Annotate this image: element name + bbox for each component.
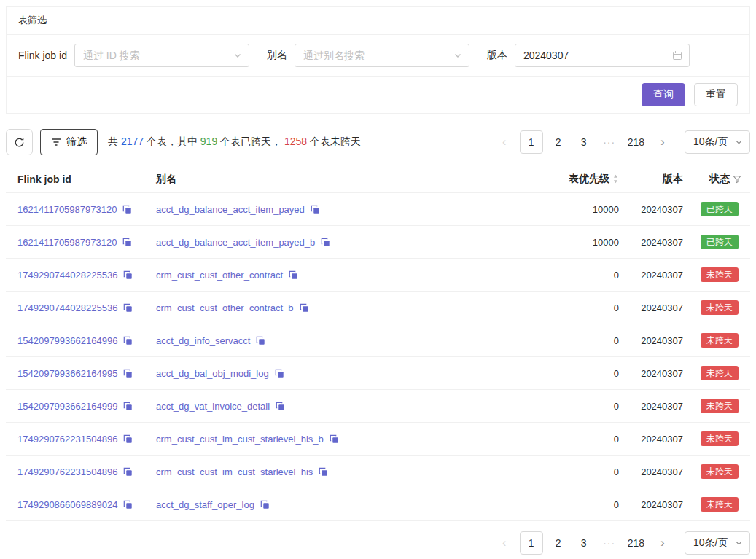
page-ellipsis[interactable]: ···	[599, 531, 620, 555]
next-page-button[interactable]: ›	[652, 130, 673, 154]
status-badge: 未跨天	[701, 464, 739, 479]
copy-icon[interactable]	[123, 434, 133, 444]
copy-icon[interactable]	[321, 238, 330, 247]
flink-job-id-link[interactable]: 1621411705987973120	[17, 237, 117, 248]
copy-icon[interactable]	[123, 369, 133, 378]
page-1[interactable]: 1	[520, 130, 543, 154]
column-filter-funnel-icon[interactable]	[733, 175, 741, 184]
alias-field: 别名	[267, 44, 469, 67]
col-flink-job-id: Flink job id	[6, 173, 144, 185]
copy-icon[interactable]	[122, 238, 132, 247]
page-size-select[interactable]: 10条/页	[685, 130, 750, 154]
col-status[interactable]: 状态	[683, 173, 750, 186]
copy-icon[interactable]	[123, 270, 133, 280]
copy-icon[interactable]	[123, 336, 133, 345]
filter-toggle-button[interactable]: 筛选	[40, 129, 98, 155]
table-row: 1749290744028225536 crm_cust_cust_other_…	[6, 292, 750, 324]
calendar-icon	[672, 50, 682, 60]
alias-link[interactable]: crm_cust_cust_im_cust_starlevel_his_b	[156, 434, 324, 445]
flink-job-id-link[interactable]: 1621411705987973120	[17, 204, 117, 215]
alias-link[interactable]: acct_dg_bal_obj_modi_log	[156, 368, 269, 379]
copy-icon[interactable]	[319, 467, 328, 477]
copy-icon[interactable]	[123, 467, 133, 477]
copy-icon[interactable]	[300, 303, 309, 313]
filter-card-title: 表筛选	[7, 7, 749, 35]
flink-job-id-link[interactable]: 1749290744028225536	[17, 270, 117, 281]
alias-link[interactable]: acct_dg_balance_acct_item_payed	[156, 204, 305, 215]
alias-link[interactable]: crm_cust_cust_im_cust_starlevel_his	[156, 466, 313, 477]
alias-link[interactable]: crm_cust_cust_other_contract	[156, 270, 283, 281]
cell-priority: 10000	[552, 204, 619, 215]
page-218[interactable]: 218	[625, 130, 647, 154]
reset-button[interactable]: 重置	[694, 83, 738, 106]
copy-icon[interactable]	[123, 500, 133, 509]
cell-alias: acct_dg_vat_invoice_detail	[144, 401, 552, 412]
page-3[interactable]: 3	[574, 130, 594, 154]
copy-icon[interactable]	[123, 402, 133, 411]
cell-priority: 0	[552, 499, 619, 510]
col-priority[interactable]: 表优先级	[552, 173, 619, 186]
status-badge: 未跨天	[701, 300, 739, 315]
copy-icon[interactable]	[276, 402, 285, 411]
flink-job-id-link[interactable]: 1749290762231504896	[17, 434, 117, 445]
query-button[interactable]: 查询	[642, 83, 685, 106]
alias-link[interactable]: acct_dg_staff_oper_log	[156, 499, 254, 510]
version-date-picker[interactable]	[515, 44, 690, 67]
flink-job-id-link[interactable]: 1542097993662164995	[17, 368, 117, 379]
alias-link[interactable]: crm_cust_cust_other_contract_b	[156, 302, 294, 313]
cell-status: 未跨天	[683, 333, 750, 348]
page-2[interactable]: 2	[548, 531, 569, 555]
page-3[interactable]: 3	[574, 531, 594, 555]
flink-job-id-input[interactable]	[74, 44, 249, 67]
copy-icon[interactable]	[123, 303, 133, 313]
page-size-select[interactable]: 10条/页	[685, 531, 750, 555]
copy-icon[interactable]	[122, 205, 132, 214]
prev-page-button[interactable]: ‹	[494, 130, 515, 154]
cell-version: 20240307	[619, 270, 683, 281]
chevron-down-icon	[453, 51, 462, 60]
copy-icon[interactable]	[275, 369, 284, 378]
next-page-button[interactable]: ›	[652, 531, 673, 555]
page-ellipsis[interactable]: ···	[599, 130, 620, 154]
filter-actions-row: 查询 重置	[7, 77, 749, 113]
copy-icon[interactable]	[311, 205, 320, 214]
alias-input[interactable]	[295, 44, 469, 67]
flink-job-id-link[interactable]: 1749290762231504896	[17, 466, 117, 477]
cell-alias: crm_cust_cust_other_contract_b	[144, 302, 552, 313]
cell-priority: 0	[552, 302, 619, 313]
alias-link[interactable]: acct_dg_vat_invoice_detail	[156, 401, 270, 412]
version-field: 版本	[487, 44, 690, 67]
chevron-down-icon	[735, 539, 743, 547]
copy-icon[interactable]	[260, 500, 270, 509]
cell-status: 未跨天	[683, 464, 750, 479]
alias-label: 别名	[267, 49, 287, 62]
refresh-button[interactable]	[6, 129, 33, 155]
flink-job-id-link[interactable]: 1749290866069889024	[17, 499, 117, 510]
copy-icon[interactable]	[256, 336, 265, 345]
page-2[interactable]: 2	[548, 130, 569, 154]
filter-card: 表筛选 Flink job id 别名	[6, 6, 750, 114]
flink-job-id-link[interactable]: 1542097993662164999	[17, 401, 117, 412]
flink-job-id-select[interactable]	[74, 44, 249, 67]
cell-priority: 0	[552, 401, 619, 412]
copy-icon[interactable]	[289, 270, 298, 280]
summary-seg1: 共	[108, 136, 121, 147]
alias-link[interactable]: acct_dg_info_servacct	[156, 335, 250, 346]
prev-page-button[interactable]: ‹	[494, 531, 515, 555]
sorter-icon[interactable]	[612, 173, 619, 184]
alias-link[interactable]: acct_dg_balance_acct_item_payed_b	[156, 237, 315, 248]
cell-alias: acct_dg_balance_acct_item_payed_b	[144, 237, 552, 248]
copy-icon[interactable]	[330, 434, 339, 444]
table-row: 1542097993662164999 acct_dg_vat_invoice_…	[6, 390, 750, 423]
flink-job-id-link[interactable]: 1749290744028225536	[17, 302, 117, 313]
page-1[interactable]: 1	[520, 531, 543, 555]
data-table: Flink job id 别名 表优先级 版本 状态 1621411705987…	[6, 165, 750, 521]
page-218[interactable]: 218	[625, 531, 647, 555]
alias-select[interactable]	[295, 44, 469, 67]
flink-job-id-link[interactable]: 1542097993662164996	[17, 335, 117, 346]
cell-status: 未跨天	[683, 366, 750, 380]
status-badge: 已跨天	[701, 202, 739, 216]
version-input[interactable]	[515, 44, 690, 67]
cell-status: 未跨天	[683, 497, 750, 512]
cell-flink-job-id: 1749290762231504896	[6, 434, 144, 445]
